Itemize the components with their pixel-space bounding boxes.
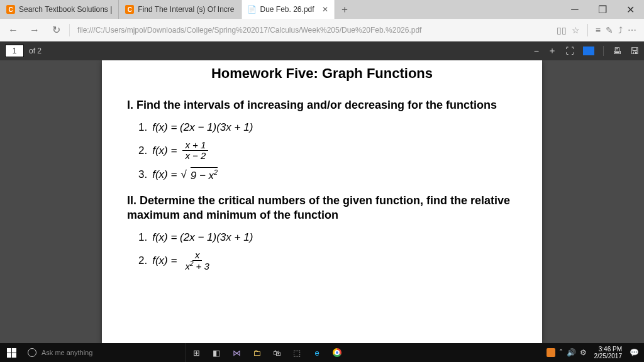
divider: [587, 24, 588, 36]
divider: [69, 24, 70, 36]
save-icon[interactable]: 🖫: [630, 46, 639, 56]
toolbar-right: ▯▯ ☆ ≡ ✎ ⤴ ⋯: [557, 24, 640, 36]
page-number-input[interactable]: [5, 45, 24, 57]
pdf-viewport[interactable]: Homework Five: Graph Functions I. Find t…: [0, 60, 644, 343]
window-restore-icon[interactable]: ❐: [589, 0, 616, 19]
problem-item: 1.f(x) = (2x − 1)(3x + 1): [138, 121, 517, 134]
hub-icon[interactable]: ≡: [596, 25, 601, 35]
volume-icon[interactable]: 🔊: [567, 348, 576, 357]
cortana-icon: [28, 348, 36, 357]
back-button[interactable]: ←: [4, 21, 23, 40]
network-icon[interactable]: ⚙: [580, 348, 587, 357]
more-icon[interactable]: ⋯: [628, 25, 636, 35]
tab-close-icon[interactable]: ✕: [322, 5, 328, 14]
share-icon[interactable]: ⤴: [618, 25, 623, 35]
tab-strip: C Search Textbook Solutions | C Find The…: [0, 0, 644, 19]
tab-label: Find The Interval (s) Of Incre: [138, 5, 234, 14]
read-aloud-icon[interactable]: [583, 47, 594, 55]
app-icon[interactable]: ⋈: [226, 343, 247, 362]
chegg-icon: C: [6, 5, 15, 14]
app-icon[interactable]: ◧: [206, 343, 226, 362]
tab-pdf-active[interactable]: 📄 Due Feb. 26.pdf ✕: [242, 0, 335, 19]
note-icon[interactable]: ✎: [606, 25, 613, 35]
zoom-out-icon[interactable]: −: [534, 46, 539, 56]
taskview-icon[interactable]: ⊞: [186, 343, 206, 362]
page-total-label: of 2: [29, 47, 42, 55]
problem-item: 2.f(x) = x + 1x − 2: [138, 140, 517, 161]
tab-label: Due Feb. 26.pdf: [260, 5, 314, 14]
section-heading: I. Find the intervals of increasing and/…: [127, 98, 517, 112]
tab-label: Search Textbook Solutions |: [19, 5, 112, 14]
date-label: 2/25/2017: [594, 353, 623, 360]
nav-toolbar: ← → ↻ file:///C:/Users/mjpol/Downloads/C…: [0, 19, 644, 41]
section-heading: II. Determine the critical numbers of th…: [127, 194, 517, 223]
divider: [603, 46, 604, 56]
print-icon[interactable]: 🖶: [613, 46, 621, 56]
chevron-up-icon[interactable]: ˄: [559, 348, 563, 357]
problem-item: 1.f(x) = (2x − 1)(3x + 1): [138, 231, 517, 244]
clock[interactable]: 3:46 PM 2/25/2017: [591, 346, 626, 360]
action-center-icon[interactable]: 💬: [630, 348, 639, 357]
search-placeholder: Ask me anything: [42, 349, 92, 356]
store-icon[interactable]: 🛍: [267, 343, 287, 362]
address-bar[interactable]: file:///C:/Users/mjpol/Downloads/College…: [74, 23, 554, 37]
tab-chegg-search[interactable]: C Search Textbook Solutions |: [0, 0, 119, 19]
doc-title: Homework Five: Graph Functions: [127, 65, 517, 82]
new-tab-button[interactable]: ＋: [335, 0, 354, 19]
cortana-search[interactable]: Ask me anything: [23, 343, 186, 362]
refresh-button[interactable]: ↻: [47, 21, 65, 40]
forward-button[interactable]: →: [25, 21, 44, 40]
window-close-icon[interactable]: ✕: [616, 0, 644, 19]
favorite-icon[interactable]: ☆: [572, 25, 580, 35]
start-button[interactable]: [0, 343, 23, 362]
taskbar: Ask me anything ⊞ ◧ ⋈ 🗀 🛍 ⬚ e ˄ 🔊 ⚙ 3:46…: [0, 343, 644, 362]
pdf-icon: 📄: [248, 5, 257, 14]
time-label: 3:46 PM: [594, 346, 623, 353]
reading-view-icon[interactable]: ▯▯: [557, 25, 567, 35]
fit-page-icon[interactable]: ⛶: [565, 46, 574, 56]
chegg-icon: C: [125, 5, 134, 14]
pdf-page: Homework Five: Graph Functions I. Find t…: [102, 60, 542, 343]
window-minimize-icon[interactable]: ─: [561, 0, 589, 19]
zoom-in-icon[interactable]: ＋: [548, 45, 557, 57]
problem-item: 3.f(x) = √9 − x2: [138, 167, 517, 182]
file-explorer-icon[interactable]: 🗀: [247, 343, 267, 362]
problem-item: 2.f(x) = xx2 + 3: [138, 250, 517, 272]
pdf-toolbar: of 2 − ＋ ⛶ 🖶 🖫: [0, 41, 644, 60]
dropbox-icon[interactable]: ⬚: [287, 343, 307, 362]
edge-icon[interactable]: e: [307, 343, 327, 362]
notification-badge-icon[interactable]: [547, 348, 555, 357]
tab-chegg-interval[interactable]: C Find The Interval (s) Of Incre: [119, 0, 241, 19]
chrome-icon[interactable]: [327, 343, 347, 362]
